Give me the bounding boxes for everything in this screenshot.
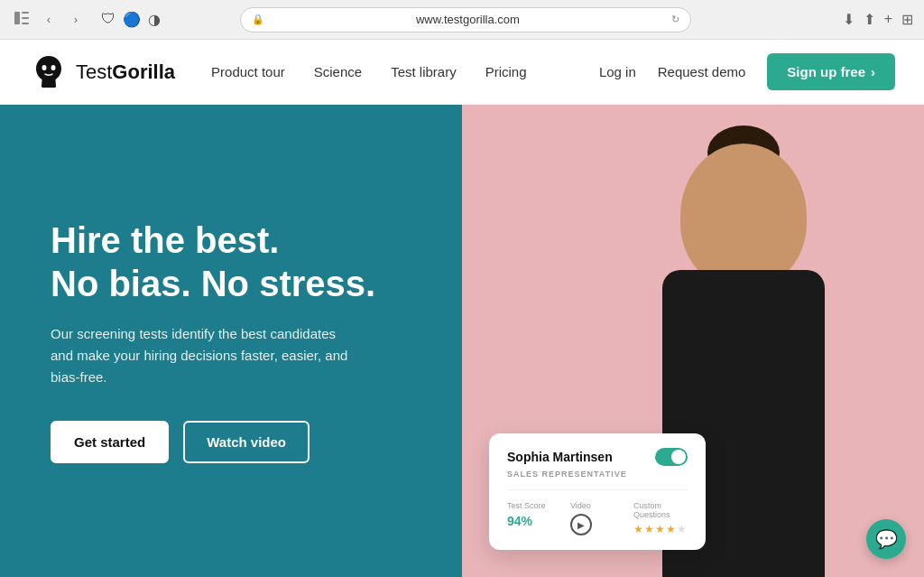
nav-right: Log in Request demo Sign up free › — [599, 53, 895, 90]
grid-icon[interactable]: ⊞ — [901, 11, 913, 28]
star-rating: ★★★★★ — [633, 523, 688, 535]
test-score-label: Test score — [507, 501, 559, 510]
forward-button[interactable]: › — [65, 9, 87, 31]
custom-questions-metric: Custom questions ★★★★★ — [633, 501, 688, 535]
star-4: ★ — [666, 523, 677, 535]
nav-links: Product tour Science Test library Pricin… — [211, 64, 599, 79]
request-demo-link[interactable]: Request demo — [658, 64, 746, 79]
hero-headline: Hire the best. No bias. No stress. — [51, 219, 411, 305]
logo-svg — [29, 52, 69, 92]
video-play-icon[interactable]: ▶ — [570, 514, 592, 535]
login-link[interactable]: Log in — [599, 64, 636, 79]
logo-text: TestGorilla — [76, 60, 175, 84]
custom-questions-label: Custom questions — [633, 501, 688, 519]
nav-test-library[interactable]: Test library — [391, 64, 457, 79]
browser-chrome: ‹ › 🛡 🔵 ◑ 🔒 www.testgorilla.com ↻ ⬇ ⬆ + … — [0, 0, 924, 40]
person-head — [680, 144, 807, 288]
svg-rect-0 — [14, 12, 20, 24]
address-bar[interactable]: 🔒 www.testgorilla.com ↻ — [240, 7, 691, 33]
toggle-knob — [671, 450, 686, 464]
svg-point-6 — [51, 65, 56, 70]
lock-icon: 🔒 — [252, 14, 264, 25]
video-label: Video — [570, 501, 623, 510]
download-icon[interactable]: ⬇ — [843, 11, 855, 28]
svg-rect-1 — [22, 12, 29, 14]
star-5-empty: ★ — [677, 523, 688, 535]
svg-point-5 — [42, 65, 47, 70]
chat-button[interactable]: 💬 — [866, 519, 906, 559]
shield-icon: 🛡 — [101, 11, 116, 28]
get-started-button[interactable]: Get started — [51, 421, 169, 463]
back-button[interactable]: ‹ — [38, 9, 60, 31]
test-score-value: 94% — [507, 514, 559, 528]
new-tab-icon[interactable]: + — [884, 11, 892, 28]
hero-subtext: Our screening tests identify the best ca… — [51, 323, 357, 388]
star-1: ★ — [633, 523, 644, 535]
contrast-icon: ◑ — [148, 11, 161, 28]
signup-button[interactable]: Sign up free › — [767, 53, 895, 90]
chat-icon: 💬 — [875, 528, 898, 550]
toggle-switch[interactable] — [655, 448, 688, 466]
url-text: www.testgorilla.com — [270, 13, 666, 26]
hero-buttons: Get started Watch video — [51, 421, 411, 463]
video-metric: Video ▶ — [570, 501, 623, 535]
star-2: ★ — [644, 523, 655, 535]
hero-right: Sophia Martinsen Sales Representative Te… — [462, 105, 924, 577]
svg-rect-3 — [22, 23, 29, 24]
refresh-icon: ↻ — [671, 14, 679, 25]
card-metrics: Test score 94% Video ▶ Custom questions … — [507, 501, 688, 535]
navbar: TestGorilla Product tour Science Test li… — [0, 40, 924, 105]
hero-section: Hire the best. No bias. No stress. Our s… — [0, 105, 924, 577]
hero-left: Hire the best. No bias. No stress. Our s… — [0, 105, 462, 577]
svg-rect-7 — [42, 85, 56, 88]
security-icons: 🛡 🔵 ◑ — [101, 11, 161, 28]
privacy-icon: 🔵 — [123, 11, 141, 28]
browser-controls: ‹ › — [11, 9, 87, 31]
card-divider — [507, 489, 688, 490]
nav-science[interactable]: Science — [314, 64, 362, 79]
candidate-role: Sales Representative — [507, 470, 688, 479]
nav-product-tour[interactable]: Product tour — [211, 64, 285, 79]
logo[interactable]: TestGorilla — [29, 52, 175, 92]
candidate-name: Sophia Martinsen — [507, 450, 613, 464]
browser-actions: ⬇ ⬆ + ⊞ — [843, 11, 913, 28]
candidate-card: Sophia Martinsen Sales Representative Te… — [489, 433, 706, 550]
svg-rect-2 — [22, 17, 29, 19]
card-header: Sophia Martinsen — [507, 448, 688, 466]
nav-pricing[interactable]: Pricing — [485, 64, 527, 79]
star-3: ★ — [655, 523, 666, 535]
sidebar-toggle-button[interactable] — [11, 9, 32, 31]
share-icon[interactable]: ⬆ — [864, 11, 875, 28]
test-score-metric: Test score 94% — [507, 501, 559, 535]
watch-video-button[interactable]: Watch video — [183, 421, 310, 463]
